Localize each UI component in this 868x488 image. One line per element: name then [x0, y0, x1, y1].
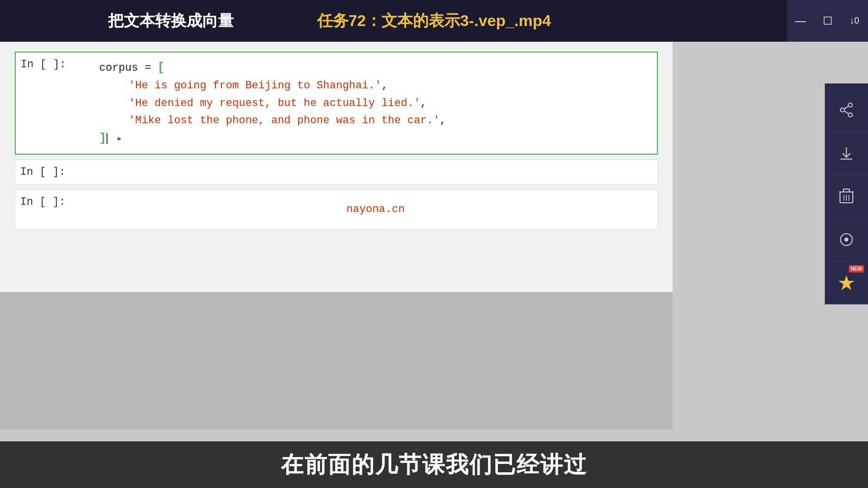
code-close-bracket: ]	[99, 132, 106, 145]
text-cursor	[107, 133, 108, 144]
title-center: 任务72：文本的表示3-.vep_.mp4	[317, 10, 551, 32]
svg-line-3	[844, 106, 848, 109]
mouse-cursor: ▸	[117, 133, 123, 144]
svg-point-1	[841, 108, 844, 112]
star-button[interactable]: NEW	[825, 261, 868, 304]
subtitle-bar: 在前面的几节课我们已经讲过	[0, 441, 868, 488]
maximize-button[interactable]: ☐	[814, 0, 841, 42]
cell-label-2: In [ ]:	[15, 160, 94, 184]
gray-area	[0, 292, 673, 430]
notebook-cell-3[interactable]: In [ ]: nayona.cn	[15, 190, 658, 229]
cell-label-3: In [ ]:	[15, 190, 94, 214]
code-open-bracket: [	[158, 61, 164, 74]
circle-icon	[839, 232, 854, 247]
cell-content-2[interactable]	[94, 160, 657, 182]
star-icon	[838, 274, 855, 291]
svg-rect-8	[843, 189, 849, 192]
svg-point-2	[848, 113, 852, 117]
right-sidebar: NEW	[825, 83, 868, 304]
download-button[interactable]: ↓0	[841, 0, 868, 42]
trash-icon	[839, 188, 854, 205]
title-left: 把文本转换成向量	[108, 10, 234, 32]
svg-line-4	[844, 111, 848, 114]
window-controls: — ☐ ↓0	[787, 0, 868, 42]
code-corpus: corpus	[99, 62, 138, 74]
cell-label-1: In [ ]:	[16, 53, 94, 77]
share-icon	[839, 102, 854, 118]
code-string-3: 'Mike lost the phone, and phone was in t…	[129, 114, 446, 127]
download-icon	[839, 145, 854, 161]
notebook-cell-2[interactable]: In [ ]:	[15, 160, 658, 185]
download-button-sidebar[interactable]	[825, 132, 868, 175]
new-badge: NEW	[849, 265, 864, 272]
code-string-2: 'He denied my request, but he actually l…	[129, 97, 427, 109]
watermark-text: nayona.cn	[99, 196, 652, 223]
svg-point-13	[844, 238, 848, 242]
cell-content-1[interactable]: corpus = [ 'He is going from Beijing to …	[94, 53, 657, 154]
cell-content-3[interactable]: nayona.cn	[94, 190, 657, 229]
svg-point-0	[848, 103, 852, 107]
code-string-1: 'He is going from Beijing to Shanghai.',	[129, 80, 388, 92]
notebook-area: In [ ]: corpus = [ 'He is going from Bei…	[0, 42, 673, 292]
delete-button[interactable]	[825, 175, 868, 218]
top-bar: 把文本转换成向量 任务72：文本的表示3-.vep_.mp4 — ☐ ↓0	[0, 0, 868, 42]
svg-marker-14	[839, 275, 854, 290]
code-equals: =	[144, 62, 157, 74]
subtitle-text: 在前面的几节课我们已经讲过	[281, 450, 587, 480]
share-button[interactable]	[825, 88, 868, 132]
notebook-cell-1[interactable]: In [ ]: corpus = [ 'He is going from Bei…	[15, 52, 658, 155]
minimize-button[interactable]: —	[787, 0, 814, 42]
circle-button[interactable]	[825, 218, 868, 261]
